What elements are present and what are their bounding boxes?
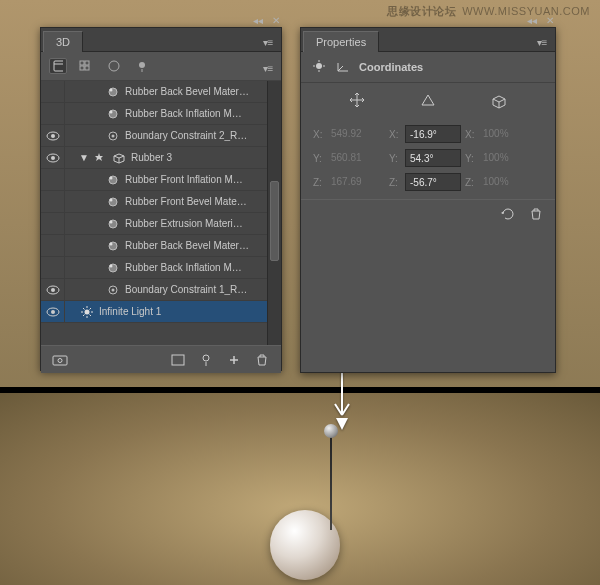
section-title: Coordinates <box>359 61 423 73</box>
scale-tool-icon[interactable] <box>489 91 509 109</box>
material-icon <box>105 217 121 231</box>
render-settings-icon[interactable] <box>51 352 69 368</box>
visibility-toggle[interactable] <box>41 213 65 234</box>
filter-lights-icon[interactable] <box>133 58 151 74</box>
layer-row[interactable]: Infinite Light 1 <box>41 301 281 323</box>
scrollbar-track[interactable] <box>267 81 281 345</box>
layer-content: Infinite Light 1 <box>65 305 281 319</box>
panel-properties: ◂◂ ✕ Properties ▾≡ Coordinates X:549.92X… <box>300 27 556 373</box>
svg-point-22 <box>110 198 113 201</box>
position-field[interactable]: 167.69 <box>329 173 385 191</box>
axis-label: Y: <box>313 153 325 164</box>
svg-rect-2 <box>80 61 84 65</box>
scale-field[interactable]: 100% <box>481 125 529 143</box>
position-field[interactable]: 560.81 <box>329 149 385 167</box>
visibility-toggle[interactable] <box>41 279 65 300</box>
rotation-field[interactable]: -56.7° <box>405 173 461 191</box>
layer-row[interactable]: Boundary Constraint 2_R… <box>41 125 281 147</box>
close-icon[interactable]: ✕ <box>269 13 283 27</box>
move-tool-icon[interactable] <box>347 91 367 109</box>
collapse-icon[interactable]: ◂◂ <box>251 13 265 27</box>
axis-label: Z: <box>465 177 477 188</box>
close-icon[interactable]: ✕ <box>543 13 557 27</box>
visibility-toggle[interactable] <box>41 257 65 278</box>
tab-properties[interactable]: Properties <box>303 31 379 52</box>
properties-section-header: Coordinates <box>301 52 555 83</box>
coordinates-grid: X:549.92X:-16.9°X:100%Y:560.81Y:54.3°Y:1… <box>301 117 555 199</box>
axis-label: Z: <box>389 177 401 188</box>
scale-field[interactable]: 100% <box>481 173 529 191</box>
layer-label: Rubber Back Inflation M… <box>125 108 242 119</box>
tab-3d[interactable]: 3D <box>43 31 83 52</box>
layer-content: Rubber Back Bevel Mater… <box>65 85 281 99</box>
layer-list: Rubber Back Bevel Mater…Rubber Back Infl… <box>41 81 281 345</box>
panel-properties-footer <box>301 199 555 227</box>
coord-mode-toolbar <box>301 83 555 117</box>
panel-menu-icon[interactable]: ▾≡ <box>261 35 275 49</box>
render-icon[interactable] <box>169 352 187 368</box>
filter-whole-scene-icon[interactable] <box>49 58 67 74</box>
scrollbar-thumb[interactable] <box>270 181 279 261</box>
filter-meshes-icon[interactable] <box>77 58 95 74</box>
layer-label: Infinite Light 1 <box>99 306 161 317</box>
collapse-icon[interactable]: ◂◂ <box>525 13 539 27</box>
layer-row[interactable]: Rubber Back Inflation M… <box>41 103 281 125</box>
add-to-scene-icon[interactable] <box>225 352 243 368</box>
svg-point-30 <box>51 288 55 292</box>
watermark: 思缘设计论坛WWW.MISSYUAN.COM <box>387 4 590 19</box>
svg-point-18 <box>51 156 55 160</box>
scale-field[interactable]: 100% <box>481 149 529 167</box>
constraint-icon <box>105 283 121 297</box>
light-icon <box>311 60 327 74</box>
layer-row[interactable]: Rubber Front Inflation M… <box>41 169 281 191</box>
layer-row[interactable]: Rubber Back Bevel Mater… <box>41 235 281 257</box>
layer-row[interactable]: Rubber Back Bevel Mater… <box>41 81 281 103</box>
visibility-toggle[interactable] <box>41 103 65 124</box>
svg-point-47 <box>203 355 209 361</box>
layer-row[interactable]: ▼Rubber 3 <box>41 147 281 169</box>
layer-row[interactable]: Boundary Constraint 1_R… <box>41 279 281 301</box>
panel-menu-icon[interactable]: ▾≡ <box>535 35 549 49</box>
svg-line-40 <box>83 308 85 310</box>
panel-properties-window-controls: ◂◂ ✕ <box>525 10 557 30</box>
visibility-toggle[interactable] <box>41 169 65 190</box>
layer-label: Rubber Back Bevel Mater… <box>125 240 249 251</box>
svg-rect-5 <box>85 66 89 70</box>
layer-row[interactable]: Rubber Front Bevel Mate… <box>41 191 281 213</box>
visibility-toggle[interactable] <box>41 301 65 322</box>
layer-content: Rubber Back Inflation M… <box>65 261 281 275</box>
svg-rect-4 <box>80 66 84 70</box>
new-light-icon[interactable] <box>197 352 215 368</box>
svg-rect-46 <box>172 355 184 365</box>
visibility-toggle[interactable] <box>41 147 65 168</box>
delete-icon[interactable] <box>253 352 271 368</box>
svg-point-24 <box>110 220 113 223</box>
material-icon <box>105 261 121 275</box>
delete-icon[interactable] <box>527 206 545 222</box>
light-direction-handle[interactable] <box>330 430 332 530</box>
disclosure-icon[interactable]: ▼ <box>79 152 89 163</box>
layer-row[interactable]: Rubber Extrusion Materi… <box>41 213 281 235</box>
svg-line-43 <box>90 314 92 316</box>
svg-point-35 <box>85 309 90 314</box>
panel-submenu-icon[interactable]: ▾≡ <box>261 61 275 75</box>
filter-materials-icon[interactable] <box>105 58 123 74</box>
rotation-field[interactable]: 54.3° <box>405 149 461 167</box>
position-field[interactable]: 549.92 <box>329 125 385 143</box>
coordinates-icon[interactable] <box>335 60 351 74</box>
visibility-toggle[interactable] <box>41 235 65 256</box>
layer-row[interactable]: Rubber Back Inflation M… <box>41 257 281 279</box>
svg-point-34 <box>51 310 55 314</box>
layer-content: Rubber Back Bevel Mater… <box>65 239 281 253</box>
axis-label: X: <box>465 129 477 140</box>
svg-point-49 <box>316 63 322 69</box>
material-icon <box>105 195 121 209</box>
visibility-toggle[interactable] <box>41 191 65 212</box>
reset-icon[interactable] <box>499 206 517 222</box>
rotation-field[interactable]: -16.9° <box>405 125 461 143</box>
rotate-tool-icon[interactable] <box>418 91 438 109</box>
svg-point-45 <box>58 358 62 362</box>
visibility-toggle[interactable] <box>41 81 65 102</box>
layer-content: Boundary Constraint 2_R… <box>65 129 281 143</box>
visibility-toggle[interactable] <box>41 125 65 146</box>
